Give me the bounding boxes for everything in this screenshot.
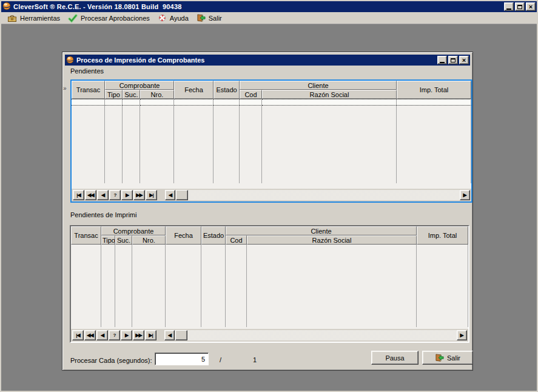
help-icon (158, 13, 167, 22)
pending-grid-table: Transac Comprobante Fecha Estado Cliente… (72, 81, 471, 183)
grid-header-cod: Cod (240, 90, 262, 99)
grid-header-estado: Estado (214, 81, 240, 99)
grid-empty-body (71, 245, 468, 327)
dialog-window: Proceso de Impresión de Comprobantes × P… (62, 52, 473, 371)
close-icon: × (529, 4, 533, 10)
grid-empty-body (72, 106, 471, 183)
mdi-area: Proceso de Impresión de Comprobantes × P… (2, 25, 536, 390)
scrollbar-thumb[interactable] (176, 190, 188, 200)
interval-label: Procesar Cada (segundos): (70, 357, 152, 364)
grid-header-cliente: Cliente (240, 81, 397, 90)
nav-fast-next-button[interactable]: ▶▶ (133, 190, 145, 200)
dialog-icon (66, 56, 74, 65)
nav-next-button[interactable]: ▶ (121, 190, 133, 200)
dialog-title: Proceso de Impresión de Comprobantes (76, 56, 205, 64)
grid-header-tipo: Tipo (105, 90, 123, 99)
toolbar: Herramientas Procesar Aprobaciones Ayuda (1, 12, 537, 24)
grid-header-nro: Nro. (132, 235, 166, 245)
dialog-titlebar: Proceso de Impresión de Comprobantes × (65, 55, 470, 66)
dialog-close-button[interactable]: × (459, 56, 469, 64)
nav-last-button[interactable]: ▶| (145, 330, 156, 340)
toolbar-item-procesar-aprobaciones[interactable]: Procesar Aprobaciones (66, 12, 155, 24)
exit-door-icon (197, 13, 206, 22)
grid-header-razon-social: Razón Social (247, 235, 417, 245)
separator-slash: / (220, 356, 221, 363)
window-titlebar: CleverSoft ® Re.C.E. - Versión 18.0801 B… (1, 1, 537, 12)
close-button[interactable]: × (526, 2, 536, 11)
grid-header-cliente: Cliente (226, 226, 417, 235)
grid-side-marker: » (63, 85, 67, 92)
section-label-pendientes-imprimir: Pendientes de Imprimi (70, 211, 136, 218)
minimize-icon (440, 62, 445, 63)
grid-header-suc: Suc. (123, 90, 140, 99)
nav-last-button[interactable]: ▶| (146, 190, 157, 200)
toolbar-item-salir[interactable]: Salir (194, 12, 227, 24)
section-label-pendientes: Pendientes (70, 67, 104, 75)
app-window: CleverSoft ® Re.C.E. - Versión 18.0801 B… (0, 0, 538, 392)
maximize-button[interactable] (515, 2, 525, 11)
grid-header-fecha: Fecha (166, 226, 201, 245)
minimize-button[interactable] (504, 2, 514, 11)
maximize-icon (517, 5, 522, 9)
nav-fast-next-button[interactable]: ▶▶ (133, 330, 144, 340)
dialog-minimize-button[interactable] (437, 56, 447, 64)
nav-first-button[interactable]: |◀ (72, 330, 84, 340)
toolbar-item-herramientas[interactable]: Herramientas (5, 12, 66, 24)
exit-door-icon (435, 353, 444, 362)
nav-fast-prev-button[interactable]: ◀◀ (85, 190, 96, 200)
grid-header-imp-total: Imp. Total (417, 226, 468, 245)
counter-value: 1 (253, 356, 257, 363)
grid-header-transac: Transac (72, 81, 105, 99)
scrollbar-right-button[interactable]: ▶ (457, 330, 467, 340)
check-icon (68, 13, 78, 23)
nav-locate-button[interactable]: ? (109, 190, 121, 200)
grid-navigator: |◀ ◀◀ ◀ ? ▶ ▶▶ ▶| ◀ ▶ (72, 189, 471, 201)
grid-header-transac: Transac (71, 226, 101, 245)
close-icon: × (462, 57, 466, 63)
maximize-icon (451, 58, 456, 63)
print-grid: Transac Comprobante Fecha Estado Cliente… (70, 225, 469, 343)
scrollbar-left-button[interactable]: ◀ (164, 330, 175, 340)
grid-header-cod: Cod (226, 235, 247, 245)
grid-header-razon-social: Razón Social (262, 90, 397, 99)
scrollbar-left-button[interactable]: ◀ (165, 190, 175, 200)
dialog-maximize-button[interactable] (448, 56, 458, 64)
scrollbar-track[interactable] (188, 190, 460, 200)
dialog-client-area: Pendientes » Transac Comprobante (65, 66, 470, 368)
app-icon (2, 2, 11, 12)
toolbar-item-ayuda[interactable]: Ayuda (155, 12, 194, 24)
pending-grid: Transac Comprobante Fecha Estado Cliente… (70, 79, 472, 203)
grid-header-comprobante: Comprobante (101, 226, 166, 235)
minimize-icon (506, 8, 511, 10)
window-title: CleverSoft ® Re.C.E. - Versión 18.0801 B… (13, 3, 182, 10)
toolbox-icon (7, 13, 17, 23)
grid-header-comprobante: Comprobante (105, 81, 174, 90)
nav-fast-prev-button[interactable]: ◀◀ (84, 330, 96, 340)
nav-prev-button[interactable]: ◀ (97, 190, 109, 200)
grid-navigator: |◀ ◀◀ ◀ ? ▶ ▶▶ ▶| ◀ ▶ (71, 329, 468, 342)
grid-header-estado: Estado (201, 226, 226, 245)
selected-empty-row (72, 99, 471, 106)
nav-locate-button[interactable]: ? (109, 330, 120, 340)
scrollbar-thumb[interactable] (175, 330, 187, 340)
exit-button[interactable]: Salir (422, 351, 473, 365)
scrollbar-right-button[interactable]: ▶ (460, 190, 470, 200)
interval-input[interactable] (155, 353, 209, 365)
print-grid-table: Transac Comprobante Fecha Estado Cliente… (71, 226, 468, 327)
grid-header-tipo: Tipo (101, 235, 115, 245)
grid-header-fecha: Fecha (174, 81, 214, 99)
nav-prev-button[interactable]: ◀ (96, 330, 108, 340)
nav-next-button[interactable]: ▶ (121, 330, 132, 340)
scrollbar-track[interactable] (187, 330, 457, 340)
grid-header-suc: Suc. (115, 235, 132, 245)
pause-button[interactable]: Pausa (371, 351, 419, 365)
grid-header-imp-total: Imp. Total (397, 81, 471, 99)
nav-first-button[interactable]: |◀ (73, 190, 84, 200)
grid-header-nro: Nro. (140, 90, 174, 99)
